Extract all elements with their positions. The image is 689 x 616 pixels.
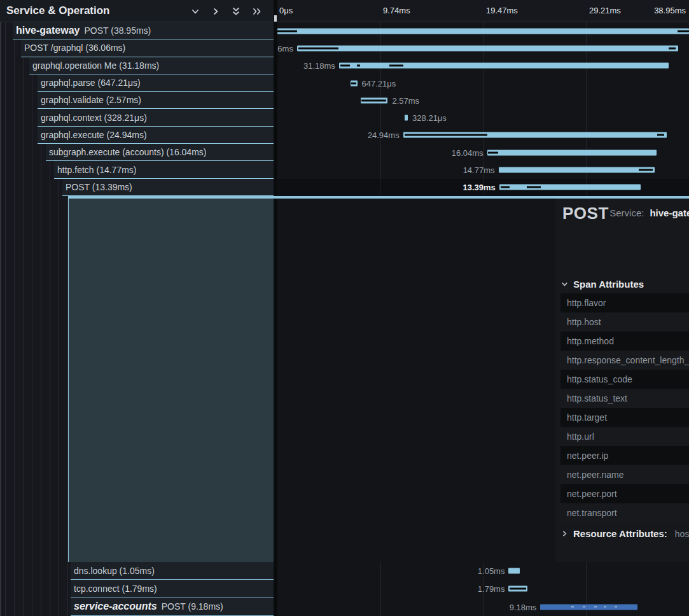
timeline-row[interactable]: 2.57ms: [277, 92, 689, 109]
expand-all-icon[interactable]: [252, 7, 262, 16]
timeline-row[interactable]: 9.18ms: [277, 598, 689, 616]
timeline-row[interactable]: 38.95ms: [277, 22, 689, 39]
span-meta-line-1: Service: hive-gateway Duration: 13.39ms …: [609, 207, 689, 218]
timeline-row[interactable]: 1.05ms: [277, 562, 689, 580]
detail-top-divider: [68, 196, 689, 199]
span-bar[interactable]: [508, 586, 527, 592]
resource-attributes-row[interactable]: Resource Attributes: host.arch = arm64 h…: [561, 528, 689, 539]
attribute-row: http.response_content_length_uncompresse…: [560, 351, 689, 370]
child-marker: [583, 606, 585, 608]
span-row[interactable]: graphql.execute (24.94ms): [0, 127, 274, 144]
critical-path-segment: [669, 47, 676, 49]
attribute-key: http.url: [567, 431, 594, 442]
timeline-row[interactable]: 647.21μs: [277, 74, 689, 92]
span-row[interactable]: graphql.validate (2.57ms): [0, 92, 274, 109]
timeline-row[interactable]: 16.04ms: [277, 144, 689, 161]
span-duration-label: 14.77ms: [463, 165, 495, 175]
span-row[interactable]: graphql.parse (647.21μs): [0, 74, 274, 92]
span-duration-label: 36.06ms: [277, 43, 293, 53]
span-label: graphql.parse (647.21μs): [41, 78, 141, 88]
span-bar[interactable]: [499, 167, 655, 173]
span-label: tcp.connect (1.79ms): [74, 584, 157, 594]
span-bar[interactable]: [351, 80, 358, 86]
service-value: hive-gateway: [650, 207, 689, 218]
span-label: graphql.operation Me (31.18ms): [32, 60, 159, 71]
timeline-tick: 29.21ms: [589, 6, 621, 15]
span-detail-panel: POST Service: hive-gateway Duration: 13.…: [555, 199, 689, 562]
critical-path-segment: [488, 151, 498, 153]
span-bar[interactable]: [405, 115, 408, 121]
critical-path-segment: [510, 588, 526, 590]
pane-resize-grip-icon[interactable]: [274, 15, 277, 22]
service-name: hive-gateway: [16, 25, 80, 36]
attribute-key: net.peer.name: [567, 470, 624, 480]
span-duration-label: 1.05ms: [478, 566, 505, 576]
critical-path-segment: [361, 99, 386, 101]
span-duration-label: 328.21μs: [412, 113, 447, 123]
span-duration-label: 9.18ms: [510, 602, 537, 612]
span-bar[interactable]: [508, 568, 519, 574]
timeline-row[interactable]: 36.06ms: [277, 39, 689, 57]
chevron-right-icon[interactable]: [211, 7, 220, 16]
resource-attributes-title: Resource Attributes:: [573, 528, 667, 539]
tree-header-title: Service & Operation: [6, 4, 110, 17]
attribute-key: http.status_text: [567, 393, 627, 403]
timeline-row[interactable]: 328.21μs: [277, 109, 689, 127]
timeline-row[interactable]: 31.18ms: [277, 57, 689, 74]
span-attributes-header[interactable]: Span Attributes: [561, 279, 644, 290]
timeline-tick: 9.74ms: [383, 6, 410, 15]
child-marker: [615, 606, 617, 608]
chevron-down-icon[interactable]: [191, 7, 200, 16]
span-bar[interactable]: [361, 97, 388, 103]
span-label: graphql.context (328.21μs): [41, 113, 147, 123]
span-bar[interactable]: [499, 185, 641, 190]
collapse-all-icon[interactable]: [232, 6, 240, 17]
attribute-row: net.peer.name"localhost": [560, 465, 689, 484]
span-bar[interactable]: [339, 63, 669, 69]
span-row[interactable]: dns.lookup (1.05ms): [0, 562, 274, 580]
timeline-row[interactable]: 14.77ms: [277, 161, 689, 178]
child-marker: [594, 606, 597, 608]
child-marker: [604, 606, 606, 608]
attribute-key: net.peer.ip: [567, 451, 608, 461]
span-duration-label: 2.57ms: [392, 95, 419, 105]
span-bar[interactable]: [297, 45, 678, 51]
span-row[interactable]: hive-gatewayPOST (38.95ms): [0, 22, 274, 39]
span-label: POST (13.39ms): [66, 182, 132, 192]
critical-path-segment: [389, 65, 403, 67]
span-duration-label: 13.39ms: [463, 183, 496, 192]
attribute-key: http.response_content_length_uncompresse…: [567, 355, 689, 365]
attribute-row: http.url"http://localhost:4011/": [560, 427, 689, 446]
timeline-row[interactable]: 1.79ms: [277, 580, 689, 598]
timeline-pane: 0μs 9.74ms 19.47ms 29.21ms 38.95ms 38.95…: [277, 0, 689, 616]
span-attributes-title: Span Attributes: [573, 279, 644, 290]
span-row[interactable]: http.fetch (14.77ms): [0, 161, 274, 178]
child-marker: [571, 606, 574, 608]
attribute-key: http.method: [567, 336, 614, 346]
attribute-row: http.target"/": [560, 408, 689, 427]
attribute-key: http.target: [567, 412, 607, 423]
span-label: POST (38.95ms): [84, 25, 151, 36]
span-row[interactable]: POST /graphql (36.06ms): [0, 39, 274, 57]
span-bar[interactable]: [277, 28, 689, 34]
span-bar[interactable]: [487, 150, 657, 155]
span-detail-title: POST: [562, 204, 609, 223]
span-row[interactable]: service-accountsPOST (9.18ms): [0, 598, 274, 616]
span-row[interactable]: graphql.context (328.21μs): [0, 109, 274, 127]
timeline-row[interactable]: 24.94ms: [277, 127, 689, 144]
span-row[interactable]: tcp.connect (1.79ms): [0, 580, 274, 598]
span-bar[interactable]: [540, 604, 637, 610]
critical-path-segment: [277, 30, 297, 32]
timeline-row[interactable]: 13.39ms: [277, 179, 689, 196]
span-row[interactable]: subgraph.execute (accounts) (16.04ms): [0, 144, 274, 161]
attribute-key: http.status_code: [567, 374, 632, 384]
timeline-header: 0μs 9.74ms 19.47ms 29.21ms 38.95ms: [277, 0, 689, 22]
critical-path-segment: [298, 47, 338, 49]
span-row[interactable]: graphql.operation Me (31.18ms): [0, 57, 274, 74]
span-duration-label: 31.18ms: [303, 61, 335, 71]
span-row[interactable]: POST (13.39ms): [0, 179, 274, 196]
span-bar[interactable]: [403, 132, 667, 138]
resource-key: host.arch: [675, 529, 689, 539]
selected-span-detail-block: [68, 199, 274, 562]
attribute-row: net.peer.port4011: [560, 484, 689, 503]
